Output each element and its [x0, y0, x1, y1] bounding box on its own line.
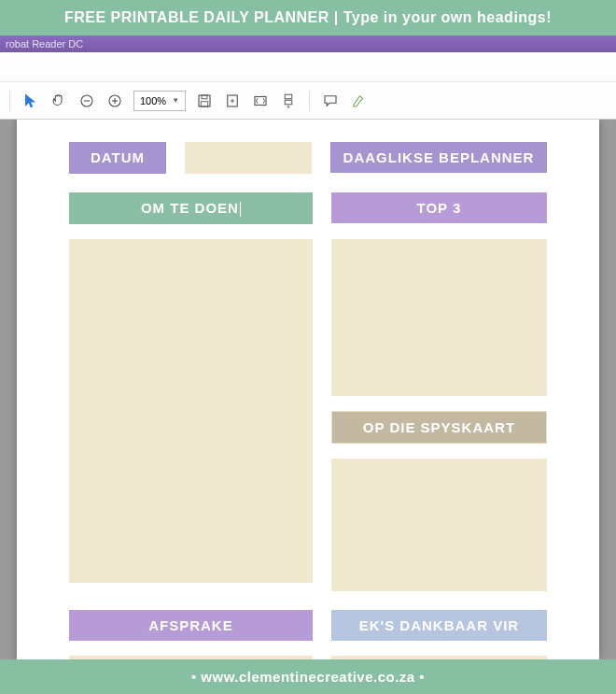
chevron-down-icon: ▼	[172, 96, 179, 105]
datum-field[interactable]	[185, 142, 312, 174]
select-tool[interactable]	[21, 92, 40, 110]
document-page: DATUM DAAGLIKSE BEPLANNER OM TE DOEN	[17, 120, 599, 659]
toolbar-separator	[9, 91, 10, 111]
zoom-in-button[interactable]	[105, 92, 124, 110]
promo-banner-text: FREE PRINTABLE DAILY PLANNER | Type in y…	[64, 9, 552, 25]
fit-page-icon[interactable]	[223, 92, 242, 110]
daaglikse-heading[interactable]: DAAGLIKSE BEPLANNER	[330, 142, 547, 173]
top3-text: TOP 3	[417, 200, 462, 216]
save-icon[interactable]	[195, 92, 214, 110]
svg-rect-10	[285, 94, 292, 99]
promo-banner: FREE PRINTABLE DAILY PLANNER | Type in y…	[0, 0, 616, 35]
bullet-icon: •	[191, 669, 197, 685]
spyskaart-field[interactable]	[331, 459, 547, 591]
zoom-value: 100%	[140, 95, 166, 106]
footer-banner: • www.clementinecreative.co.za •	[0, 659, 616, 694]
menubar[interactable]	[0, 52, 616, 82]
scroll-mode-icon[interactable]	[279, 92, 298, 110]
svg-rect-7	[201, 101, 208, 106]
top3-heading[interactable]: TOP 3	[331, 192, 547, 223]
dankbaar-field[interactable]	[331, 656, 547, 659]
svg-rect-11	[285, 100, 292, 105]
om-te-doen-text: OM TE DOEN	[141, 200, 239, 216]
spyskaart-text: OP DIE SPYSKAART	[363, 419, 515, 435]
spyskaart-heading[interactable]: OP DIE SPYSKAART	[331, 411, 547, 444]
window-title: robat Reader DC	[6, 38, 83, 50]
document-workspace[interactable]: DATUM DAAGLIKSE BEPLANNER OM TE DOEN	[0, 120, 616, 659]
bullet-icon: •	[419, 669, 425, 685]
afsprake-field[interactable]	[69, 656, 313, 659]
daaglikse-heading-text: DAAGLIKSE BEPLANNER	[343, 149, 535, 165]
dankbaar-heading[interactable]: EK'S DANKBAAR VIR	[331, 610, 547, 641]
fit-width-icon[interactable]	[251, 92, 270, 110]
afsprake-text: AFSPRAKE	[148, 617, 233, 633]
dankbaar-text: EK'S DANKBAAR VIR	[359, 617, 519, 633]
datum-heading[interactable]: DATUM	[69, 142, 166, 174]
om-te-doen-field[interactable]	[69, 239, 313, 583]
comment-icon[interactable]	[321, 92, 340, 110]
highlight-icon[interactable]	[349, 92, 368, 110]
datum-heading-text: DATUM	[91, 149, 145, 165]
hand-tool[interactable]	[49, 92, 68, 110]
footer-url: www.clementinecreative.co.za	[201, 669, 414, 685]
window-titlebar: robat Reader DC	[0, 35, 616, 52]
om-te-doen-heading[interactable]: OM TE DOEN	[69, 192, 313, 224]
toolbar-separator	[309, 91, 310, 111]
zoom-select[interactable]: 100% ▼	[133, 91, 186, 111]
text-cursor	[240, 202, 241, 217]
afsprake-heading[interactable]: AFSPRAKE	[69, 610, 313, 641]
top3-field[interactable]	[331, 239, 547, 396]
toolbar: 100% ▼	[0, 82, 616, 120]
zoom-out-button[interactable]	[77, 92, 96, 110]
